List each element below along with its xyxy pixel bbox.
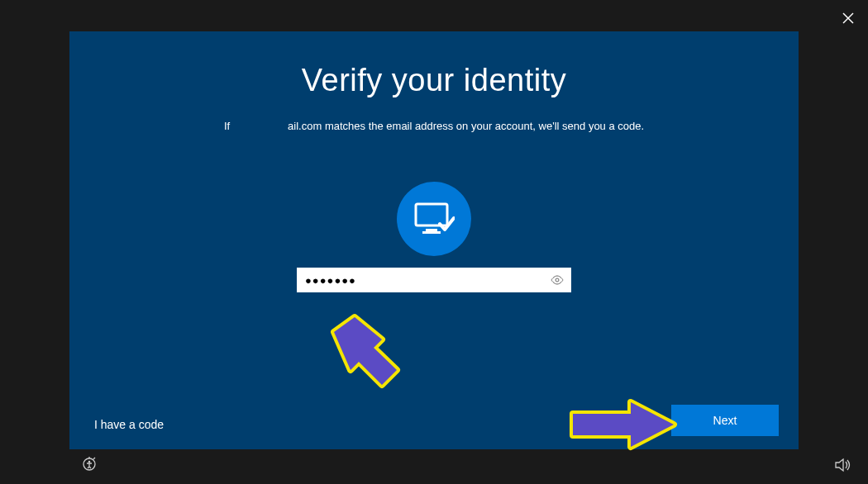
monitor-check-icon: [397, 182, 471, 256]
accessibility-icon[interactable]: [81, 456, 98, 476]
svg-rect-4: [422, 231, 441, 234]
subtitle-suffix: ail.com matches the email address on you…: [288, 120, 644, 132]
svg-marker-8: [836, 459, 843, 471]
close-button[interactable]: [840, 10, 856, 26]
svg-rect-2: [416, 204, 447, 225]
subtitle-prefix: If: [224, 120, 230, 132]
volume-icon[interactable]: [835, 458, 851, 476]
code-input-row: [297, 268, 571, 292]
svg-point-5: [556, 278, 559, 282]
svg-rect-3: [426, 229, 437, 231]
page-title: Verify your identity: [69, 63, 799, 98]
svg-point-7: [88, 461, 91, 463]
subtitle-text: Ifail.com matches the email address on y…: [69, 120, 799, 132]
next-button[interactable]: Next: [671, 405, 779, 436]
verification-code-input[interactable]: [297, 268, 571, 292]
i-have-a-code-link[interactable]: I have a code: [94, 418, 164, 431]
password-reveal-icon[interactable]: [548, 271, 566, 289]
oobe-panel: Verify your identity Ifail.com matches t…: [69, 31, 799, 449]
